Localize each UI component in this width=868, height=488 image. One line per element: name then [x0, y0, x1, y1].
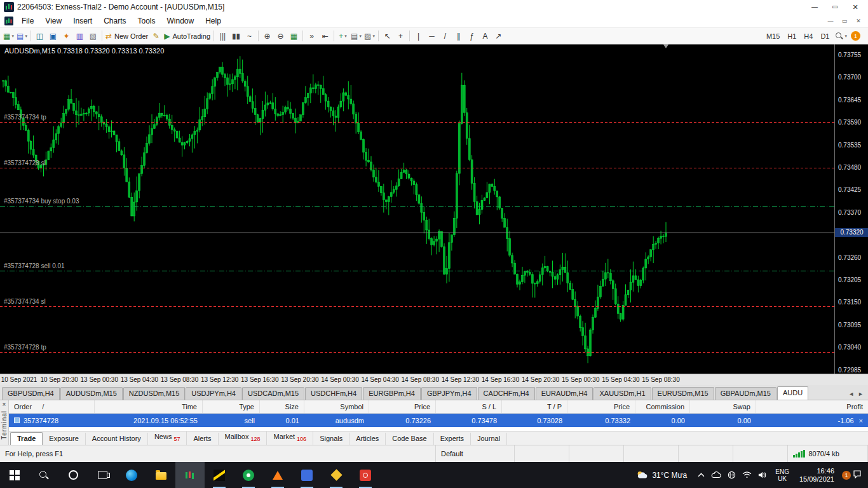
terminal-column-tp[interactable]: T / P	[502, 400, 567, 413]
chart-tab-gbpusdm-h4[interactable]: GBPUSDm,H4	[2, 387, 60, 400]
equidistant-channel-button[interactable]: ∥	[452, 29, 465, 43]
taskbar-weather[interactable]: 31°C Mưa	[628, 462, 695, 488]
terminal-tab-experts[interactable]: Experts	[434, 433, 471, 445]
text-label-button[interactable]: A	[478, 29, 492, 43]
terminal-column-commission[interactable]: Commission	[635, 400, 690, 413]
chart-shift-button[interactable]: ⇤	[318, 29, 332, 43]
taskbar-cortana-button[interactable]	[58, 462, 88, 488]
chart-tab-xauusdm-h1[interactable]: XAUUSDm,H1	[593, 387, 651, 400]
terminal-tab-account-history[interactable]: Account History	[86, 433, 148, 445]
navigator-button[interactable]: ✦	[60, 29, 73, 43]
taskbar-edge-button[interactable]	[117, 462, 146, 488]
terminal-tab-articles[interactable]: Articles	[349, 433, 386, 445]
line-chart-mode-button[interactable]: ~	[243, 29, 256, 43]
terminal-column-time[interactable]: Time	[95, 400, 203, 413]
menu-file[interactable]: File	[16, 15, 39, 27]
chart-tab-gbpjpym-h4[interactable]: GBPJPYm,H4	[421, 387, 477, 400]
fibonacci-button[interactable]: ƒ	[465, 29, 478, 43]
taskbar-clock[interactable]: 16:46 15/09/2021	[794, 467, 839, 484]
symbol-search-button[interactable]: ▾	[834, 29, 848, 43]
vertical-line-button[interactable]: |	[412, 29, 425, 43]
menu-window[interactable]: Window	[161, 15, 200, 27]
taskbar-yellow-app-button[interactable]	[322, 462, 351, 488]
terminal-column-symbol[interactable]: Symbol	[304, 400, 369, 413]
cursor-button[interactable]: ↖	[381, 29, 394, 43]
chart-tab-audu[interactable]: AUDU	[777, 386, 808, 400]
timeframe-d1-button[interactable]: D1	[817, 29, 833, 43]
notifications-button[interactable]: 1	[849, 29, 862, 43]
mdi-restore-button[interactable]: ▭	[837, 15, 851, 27]
terminal-tab-journal[interactable]: Journal	[471, 433, 507, 445]
terminal-column-sl[interactable]: S / L	[436, 400, 502, 413]
zoom-out-button[interactable]: ⊖	[274, 29, 287, 43]
terminal-column-type[interactable]: Type	[203, 400, 260, 413]
menu-charts[interactable]: Charts	[98, 15, 132, 27]
terminal-column-order[interactable]: Order/	[9, 400, 95, 413]
taskbar-vlc-button[interactable]	[263, 462, 292, 488]
terminal-column-size[interactable]: Size	[260, 400, 304, 413]
taskbar-exness-button[interactable]	[205, 462, 234, 488]
autotrading-button[interactable]: ▶AutoTrading	[163, 29, 212, 43]
taskbar-search-button[interactable]	[29, 462, 58, 488]
close-button[interactable]: ✕	[845, 1, 865, 13]
strategy-tester-button[interactable]: ▧	[86, 29, 100, 43]
mdi-close-button[interactable]: ✕	[851, 15, 865, 27]
terminal-column-profit[interactable]: Profit	[756, 400, 868, 413]
terminal-tab-news[interactable]: News57	[148, 431, 187, 445]
chart-plot[interactable]: AUDUSDm,M15 0.73318 0.73320 0.73313 0.73…	[0, 44, 834, 374]
templates-button[interactable]: ▨▾	[363, 29, 376, 43]
profiles-button[interactable]: ▤▾	[15, 29, 29, 43]
horizontal-line-button[interactable]: ─	[425, 29, 438, 43]
taskbar-file-explorer-button[interactable]	[146, 462, 175, 488]
scroll-left-icon[interactable]: ◄	[847, 391, 855, 397]
bar-chart-mode-button[interactable]: |||	[216, 29, 229, 43]
new-order-button[interactable]: ⇄New Order	[104, 29, 149, 43]
new-chart-button[interactable]: ▦▾	[2, 29, 15, 43]
onedrive-cloud-icon[interactable]	[708, 462, 724, 488]
close-order-button[interactable]: ×	[859, 417, 863, 424]
terminal-tab-mailbox[interactable]: Mailbox128	[219, 431, 268, 445]
chart-tab-cadchfm-h4[interactable]: CADCHFm,H4	[478, 387, 535, 400]
chart-tab-gbpaudm-m15[interactable]: GBPAUDm,M15	[715, 387, 776, 400]
chart-tab-eurgbpm-h4[interactable]: EURGBPm,H4	[363, 387, 421, 400]
minimize-button[interactable]: —	[804, 1, 825, 13]
wifi-icon[interactable]	[739, 462, 755, 488]
terminal-column-swap[interactable]: Swap	[690, 400, 756, 413]
chart-tab-usdjpym-h4[interactable]: USDJPYm,H4	[186, 387, 241, 400]
chart-tab-euraudm-h4[interactable]: EURAUDm,H4	[536, 387, 593, 400]
price-axis[interactable]: 0.737550.737000.736450.735900.735350.734…	[834, 44, 868, 374]
terminal-column-price[interactable]: Price	[369, 400, 436, 413]
menu-help[interactable]: Help	[200, 15, 227, 27]
zoom-in-button[interactable]: ⊕	[261, 29, 274, 43]
timeframe-m15-button[interactable]: M15	[763, 29, 783, 43]
status-profile[interactable]: Default	[436, 445, 515, 462]
taskbar-blue-app-button[interactable]	[292, 462, 322, 488]
taskbar-start-button[interactable]	[0, 462, 29, 488]
terminal-tab-trade[interactable]: Trade	[10, 432, 43, 445]
chart-shift-marker[interactable]	[663, 44, 668, 48]
restore-button[interactable]: ▭	[825, 1, 845, 13]
data-window-button[interactable]: ▣	[46, 29, 60, 43]
action-center-button[interactable]: 1	[839, 462, 868, 488]
terminal-tab-alerts[interactable]: Alerts	[187, 433, 218, 445]
menu-insert[interactable]: Insert	[67, 15, 98, 27]
market-watch-button[interactable]: ◫	[33, 29, 46, 43]
trendline-button[interactable]: /	[438, 29, 452, 43]
terminal-tab-signals[interactable]: Signals	[313, 433, 349, 445]
menu-view[interactable]: View	[39, 15, 67, 27]
taskbar-green-app-button[interactable]	[234, 462, 263, 488]
indicators-button[interactable]: +▾	[336, 29, 349, 43]
tray-chevron-up-icon[interactable]	[695, 462, 708, 488]
language-indicator[interactable]: ENG UK	[770, 468, 794, 482]
terminal-panel-button[interactable]: ▥	[73, 29, 86, 43]
taskbar-mt4-button[interactable]	[175, 462, 205, 488]
metaeditor-button[interactable]: ✎	[149, 29, 163, 43]
timeframe-h4-button[interactable]: H4	[800, 29, 817, 43]
candlestick-mode-button[interactable]: ▮▮	[229, 29, 243, 43]
chart-tab-usdchfm-h4[interactable]: USDCHFm,H4	[305, 387, 362, 400]
chart-tab-nzdusdm-m15[interactable]: NZDUSDm,M15	[123, 387, 185, 400]
taskbar-red-app-button[interactable]	[351, 462, 380, 488]
chart-tab-eurusdm-m15[interactable]: EURUSDm,M15	[652, 387, 714, 400]
tile-windows-button[interactable]: ▦	[287, 29, 301, 43]
network-globe-icon[interactable]	[724, 462, 739, 488]
